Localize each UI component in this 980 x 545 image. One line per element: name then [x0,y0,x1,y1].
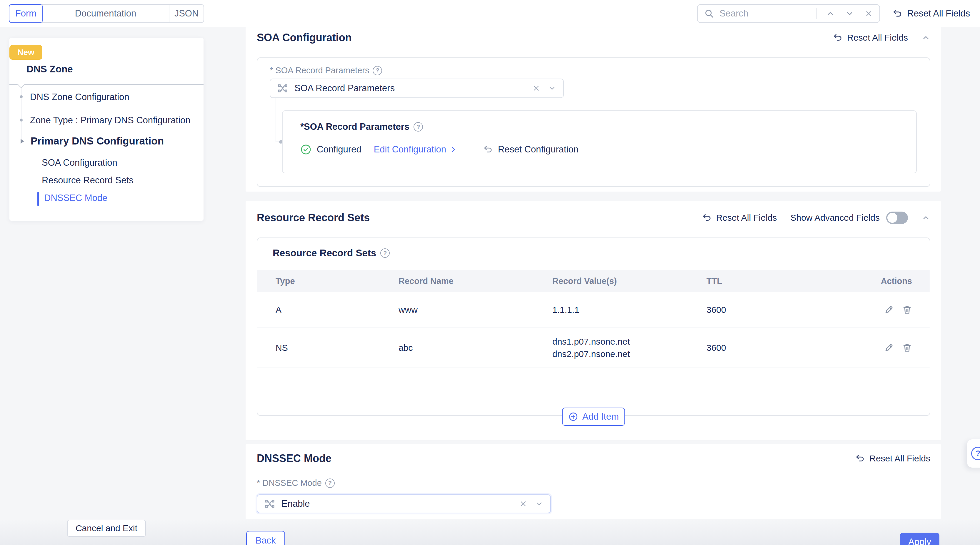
apply-button[interactable]: Apply [900,533,939,545]
cell-record-value: 1.1.1.1 [552,304,706,316]
search-input[interactable] [719,8,816,19]
edit-row-icon[interactable] [884,305,894,315]
search-box [697,4,880,23]
rrs-card: Resource Record Sets ? Type Record Name … [257,237,930,416]
column-header-actions: Actions [863,276,930,286]
soa-card: * SOA Record Parameters ? SOA Record Par… [257,57,930,187]
soa-record-parameters-select[interactable]: SOA Record Parameters [270,78,564,98]
edit-row-icon[interactable] [884,343,894,353]
help-icon[interactable]: ? [325,478,335,488]
toggle-knob [887,213,897,223]
dns-zone-form-page: Form Documentation JSON Reset All Fields… [0,0,980,545]
plus-circle-icon [568,412,578,422]
chevron-down-icon[interactable] [535,500,543,508]
tab-json[interactable]: JSON [169,5,204,22]
resource-record-sets-section: Resource Record Sets Reset All Fields Sh… [246,201,941,440]
dnssec-mode-section: DNSSEC Mode Reset All Fields * DNSSEC Mo… [246,444,941,519]
reset-configuration-button[interactable]: Reset Configuration [483,144,579,155]
soa-nested-title-text: *SOA Record Parameters [300,121,409,132]
reset-all-fields-label: Reset All Fields [907,8,970,19]
tree-dot [20,96,23,98]
dnssec-reset-label: Reset All Fields [869,454,930,464]
cell-type: A [257,305,399,315]
connector-line [275,98,276,142]
dnssec-field-label-text: * DNSSEC Mode [257,478,322,488]
add-item-button[interactable]: Add Item [562,408,625,426]
search-clear-icon[interactable] [865,10,873,18]
column-header-ttl: TTL [706,276,863,286]
tree-dot [20,119,23,121]
branch-icon [264,499,275,509]
undo-icon [892,8,903,19]
rrs-reset-all-fields-button[interactable]: Reset All Fields [702,213,777,223]
undo-icon [483,145,493,155]
dnssec-select-value: Enable [282,499,310,509]
sidebar-item-resource-record-sets[interactable]: Resource Record Sets [42,175,134,186]
clear-icon[interactable] [532,84,540,92]
rrs-table: Type Record Name Record Value(s) TTL Act… [257,270,930,368]
clear-icon[interactable] [519,500,527,508]
rrs-section-title: Resource Record Sets [257,212,370,224]
cell-ttl: 3600 [706,305,863,315]
undo-icon [833,33,843,43]
help-circle-icon: ? [971,447,980,460]
help-icon[interactable]: ? [373,66,382,75]
reset-configuration-label: Reset Configuration [498,144,579,155]
delete-row-icon[interactable] [902,305,912,315]
cell-type: NS [257,343,399,353]
cell-record-value: dns1.p07.nsone.net dns2.p07.nsone.net [552,335,706,360]
branch-icon [277,83,288,94]
sidebar-item-soa-configuration[interactable]: SOA Configuration [42,158,117,168]
table-header-row: Type Record Name Record Value(s) TTL Act… [257,270,930,292]
add-item-label: Add Item [582,411,619,422]
soa-field-label: * SOA Record Parameters ? [270,65,382,75]
dnssec-section-title: DNSSEC Mode [257,452,331,465]
search-icon [704,8,714,19]
dnssec-field-label: * DNSSEC Mode ? [257,478,930,488]
show-advanced-fields-toggle[interactable] [886,212,908,224]
search-prev-icon[interactable] [826,9,835,18]
sidebar-nav: New DNS Zone DNS Zone Configuration Zone… [10,38,204,221]
configured-status: Configured [317,144,361,155]
record-value-line: dns1.p07.nsone.net [552,335,706,348]
rrs-card-title-text: Resource Record Sets [273,247,376,259]
back-button[interactable]: Back [246,531,285,545]
sidebar-item-dns-zone-configuration[interactable]: DNS Zone Configuration [30,92,129,102]
tab-form[interactable]: Form [9,4,43,23]
chevron-down-icon[interactable] [548,84,556,92]
footer-band [0,519,980,545]
edit-configuration-link[interactable]: Edit Configuration [374,144,457,155]
sidebar-item-dnssec-mode[interactable]: DNSSEC Mode [44,193,107,203]
sidebar-item-primary-dns-configuration[interactable]: Primary DNS Configuration [30,135,164,147]
help-icon[interactable]: ? [414,122,423,132]
cancel-and-exit-button[interactable]: Cancel and Exit [67,520,146,537]
active-item-indicator [37,192,39,206]
tab-documentation[interactable]: Documentation [42,5,169,22]
new-badge: New [10,45,42,60]
delete-row-icon[interactable] [902,343,912,353]
dnssec-mode-select[interactable]: Enable [257,494,551,513]
rrs-collapse-icon[interactable] [921,214,930,222]
soa-collapse-icon[interactable] [921,33,930,42]
soa-nested-card: *SOA Record Parameters ? Configured Edit… [282,110,917,173]
column-header-record-values: Record Value(s) [552,275,706,287]
soa-select-value: SOA Record Parameters [294,83,395,94]
help-fab-button[interactable]: ? [967,439,980,468]
record-value-line: dns2.p07.nsone.net [552,348,706,360]
column-header-type: Type [257,276,399,286]
help-icon[interactable]: ? [380,249,390,258]
sidebar-title: DNS Zone [27,64,73,75]
sidebar-item-zone-type[interactable]: Zone Type : Primary DNS Configuration [30,115,191,126]
cell-record-name: abc [399,343,552,353]
soa-section-title: SOA Configuration [257,32,352,44]
reset-all-fields-top-button[interactable]: Reset All Fields [892,8,970,19]
view-tabs: Form Documentation JSON [9,4,204,23]
top-bar: Form Documentation JSON Reset All Fields [0,0,980,27]
soa-reset-all-fields-button[interactable]: Reset All Fields [833,33,908,43]
search-next-icon[interactable] [845,9,854,18]
dnssec-reset-all-fields-button[interactable]: Reset All Fields [855,454,930,464]
check-circle-icon [300,144,312,155]
show-advanced-fields-label: Show Advanced Fields [790,213,880,223]
cell-ttl: 3600 [706,343,863,353]
tree-arrow-icon [21,139,24,143]
